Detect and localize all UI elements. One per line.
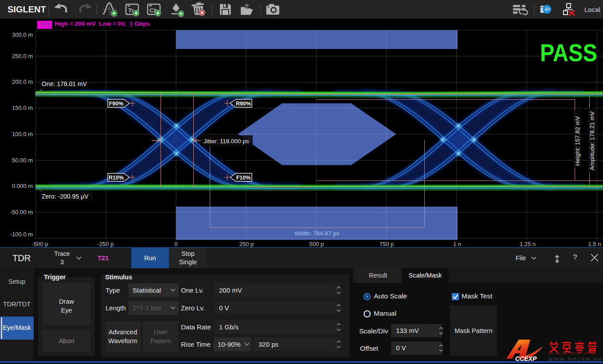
svg-text:500 p: 500 p [309,241,324,247]
svg-text:1.5 n: 1.5 n [588,241,601,247]
svg-text:-250 p: -250 p [98,241,114,247]
svg-text:1 n: 1 n [453,241,461,247]
svg-text:750 p: 750 p [380,241,394,247]
svg-text:0: 0 [174,241,177,247]
svg-text:Zero: -200.95 µV: Zero: -200.95 µV [42,193,89,200]
svg-text:Height: 157.82 mV: Height: 157.82 mV [574,116,581,166]
svg-text:200.0 m: 200.0 m [12,78,33,85]
svg-text:Jitter: 118.000 ps: Jitter: 118.000 ps [204,138,249,145]
svg-text:Local: Local [584,6,600,13]
svg-text:Width: 764.67 ps: Width: 764.67 ps [294,230,340,237]
svg-text:300.0 m: 300.0 m [12,31,33,38]
svg-text:-50.00 m: -50.00 m [10,209,33,215]
svg-text:1.25 n: 1.25 n [520,241,536,247]
svg-text:250 p: 250 p [239,241,254,247]
svg-text:50.00 m: 50.00 m [12,157,33,164]
svg-text:Amplitude: 178.21 mV: Amplitude: 178.21 mV [589,111,595,170]
svg-text:250.0 m: 250.0 m [12,53,33,59]
svg-text:100.0 m: 100.0 m [12,131,33,137]
svg-text:R10%: R10% [109,175,124,181]
svg-text:PASS: PASS [540,39,597,67]
svg-text:One: 178.01 mV: One: 178.01 mV [42,80,87,87]
svg-text:R90%: R90% [236,101,251,107]
svg-text:150.0 m: 150.0 m [12,105,33,111]
svg-text:F10%: F10% [236,175,251,181]
svg-text:F90%: F90% [109,101,124,107]
svg-text:-500 p: -500 p [32,241,48,247]
svg-text:0.000 m: 0.000 m [12,183,33,189]
svg-text:-100.0 m: -100.0 m [10,231,33,238]
svg-text:SIGLENT: SIGLENT [8,4,46,14]
